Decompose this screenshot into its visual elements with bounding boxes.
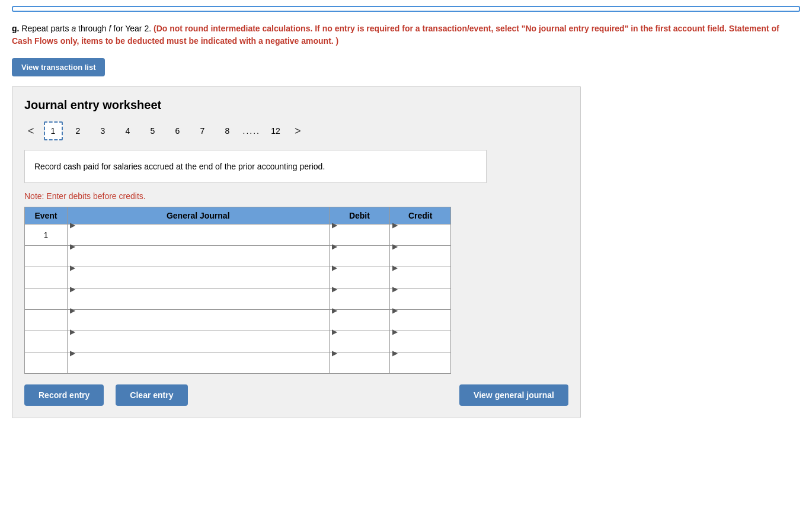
- debit-cell-2[interactable]: ▶: [329, 267, 390, 288]
- part-label: g.: [12, 24, 19, 33]
- view-general-journal-button[interactable]: View general journal: [459, 384, 568, 406]
- page-3-button[interactable]: 3: [94, 121, 113, 140]
- worksheet-title: Journal entry worksheet: [24, 98, 568, 112]
- journal-input-6[interactable]: [68, 357, 329, 378]
- page-6-button[interactable]: 6: [168, 121, 187, 140]
- worksheet-container: Journal entry worksheet < 1 2 3 4 5 6 7 …: [12, 86, 581, 418]
- top-border: [12, 6, 800, 12]
- page-5-button[interactable]: 5: [143, 121, 162, 140]
- table-row: ▶▶▶: [25, 310, 451, 331]
- table-row: ▶▶▶: [25, 288, 451, 310]
- col-header-journal: General Journal: [67, 207, 329, 225]
- journal-cell-0[interactable]: ▶: [67, 225, 329, 246]
- journal-cell-2[interactable]: ▶: [67, 267, 329, 288]
- next-page-button[interactable]: >: [291, 124, 305, 139]
- page-2-button[interactable]: 2: [69, 121, 88, 140]
- credit-cell-5[interactable]: ▶: [390, 331, 451, 352]
- instructions: g. Repeat parts a through f for Year 2. …: [12, 23, 782, 47]
- credit-cell-3[interactable]: ▶: [390, 288, 451, 310]
- page-4-button[interactable]: 4: [119, 121, 138, 140]
- page-12-button[interactable]: 12: [266, 121, 285, 140]
- button-row: Record entry Clear entry View general jo…: [24, 384, 568, 406]
- table-row: ▶▶▶: [25, 246, 451, 267]
- debit-cell-1[interactable]: ▶: [329, 246, 390, 267]
- event-cell-5: [25, 331, 68, 352]
- credit-cell-6[interactable]: ▶: [390, 352, 451, 374]
- description-box: Record cash paid for salaries accrued at…: [24, 150, 487, 183]
- col-header-debit: Debit: [329, 207, 390, 225]
- col-header-credit: Credit: [390, 207, 451, 225]
- page-dots: .....: [243, 126, 260, 136]
- description-text: Record cash paid for salaries accrued at…: [34, 162, 325, 171]
- credit-cell-0[interactable]: ▶: [390, 225, 451, 246]
- page-1-button[interactable]: 1: [44, 121, 63, 140]
- journal-cell-4[interactable]: ▶: [67, 310, 329, 331]
- event-cell-3: [25, 288, 68, 310]
- event-cell-2: [25, 267, 68, 288]
- pagination: < 1 2 3 4 5 6 7 8 ..... 12 >: [24, 121, 568, 140]
- journal-cell-3[interactable]: ▶: [67, 288, 329, 310]
- journal-cell-5[interactable]: ▶: [67, 331, 329, 352]
- journal-cell-6[interactable]: ▶: [67, 352, 329, 374]
- debit-input-6[interactable]: [330, 357, 390, 378]
- debit-cell-6[interactable]: ▶: [329, 352, 390, 374]
- record-entry-button[interactable]: Record entry: [24, 384, 104, 406]
- debit-cell-3[interactable]: ▶: [329, 288, 390, 310]
- credit-cell-2[interactable]: ▶: [390, 267, 451, 288]
- credit-cell-4[interactable]: ▶: [390, 310, 451, 331]
- table-row: ▶▶▶: [25, 331, 451, 352]
- note-text: Note: Enter debits before credits.: [24, 191, 568, 201]
- event-cell-4: [25, 310, 68, 331]
- table-row: 1▶▶▶: [25, 225, 451, 246]
- table-row: ▶▶▶: [25, 352, 451, 374]
- view-transaction-button[interactable]: View transaction list: [12, 58, 105, 76]
- journal-cell-1[interactable]: ▶: [67, 246, 329, 267]
- credit-input-6[interactable]: [390, 357, 450, 378]
- col-header-event: Event: [25, 207, 68, 225]
- debit-cell-5[interactable]: ▶: [329, 331, 390, 352]
- event-cell-6: [25, 352, 68, 374]
- page-7-button[interactable]: 7: [193, 121, 212, 140]
- table-row: ▶▶▶: [25, 267, 451, 288]
- credit-cell-1[interactable]: ▶: [390, 246, 451, 267]
- clear-entry-button[interactable]: Clear entry: [116, 384, 187, 406]
- journal-table: Event General Journal Debit Credit 1▶▶▶▶…: [24, 207, 451, 374]
- prev-page-button[interactable]: <: [24, 124, 38, 139]
- debit-cell-4[interactable]: ▶: [329, 310, 390, 331]
- event-cell-0: 1: [25, 225, 68, 246]
- debit-cell-0[interactable]: ▶: [329, 225, 390, 246]
- page-8-button[interactable]: 8: [218, 121, 237, 140]
- instructions-normal: Repeat parts a through f for Year 2.: [21, 24, 154, 33]
- event-cell-1: [25, 246, 68, 267]
